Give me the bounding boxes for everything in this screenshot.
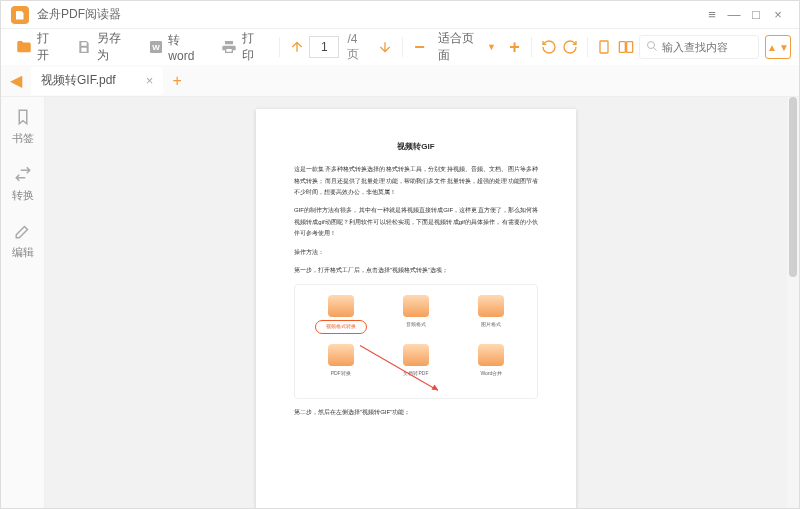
zoom-select[interactable]: 适合页面 ▼ bbox=[432, 28, 502, 66]
caret-down-icon: ▼ bbox=[779, 42, 789, 53]
close-button[interactable]: × bbox=[767, 4, 789, 26]
print-button[interactable]: 打印 bbox=[215, 27, 271, 67]
toolbar: 打开 另存为 W 转word 打印 /4页 − 适合页面 ▼ + ▲ ▼ bbox=[1, 29, 799, 65]
doc-card: 音频格式 bbox=[390, 295, 442, 334]
menu-button[interactable]: ≡ bbox=[701, 4, 723, 26]
nav-updown-button[interactable]: ▲ ▼ bbox=[765, 35, 791, 59]
folder-icon bbox=[15, 38, 33, 56]
doc-card: 图片格式 bbox=[465, 295, 517, 334]
search-input[interactable] bbox=[662, 41, 742, 53]
main-area: 书签 转换 编辑 视频转GIF 这是一款集齐多种格式转换选择的格式转换工具，分别… bbox=[1, 97, 799, 509]
chevron-down-icon: ▼ bbox=[487, 42, 496, 52]
sidebar-item-bookmark[interactable]: 书签 bbox=[12, 107, 34, 146]
save-icon bbox=[75, 38, 92, 56]
doc-card: 视频格式转换 bbox=[315, 295, 367, 334]
document-tab[interactable]: 视频转GIF.pdf × bbox=[31, 67, 163, 95]
doc-paragraph: 操作方法： bbox=[294, 247, 538, 258]
search-icon bbox=[646, 38, 658, 56]
zoom-in-button[interactable]: + bbox=[506, 38, 523, 56]
zoom-out-button[interactable]: − bbox=[411, 38, 428, 56]
doc-paragraph: 这是一款集齐多种格式转换选择的格式转换工具，分别支持视频、音频、文档、图片等多种… bbox=[294, 164, 538, 198]
page-up-button[interactable] bbox=[288, 38, 305, 56]
doc-card: Word合并 bbox=[465, 344, 517, 379]
app-logo bbox=[11, 6, 29, 24]
scrollbar-thumb[interactable] bbox=[789, 97, 797, 277]
tab-prev-button[interactable]: ◀ bbox=[1, 65, 31, 96]
sidebar-item-convert[interactable]: 转换 bbox=[12, 164, 34, 203]
svg-point-5 bbox=[648, 42, 655, 49]
sidebar-item-edit[interactable]: 编辑 bbox=[12, 221, 34, 260]
maximize-button[interactable]: □ bbox=[745, 4, 767, 26]
svg-rect-4 bbox=[627, 42, 633, 53]
doc-card: 文档转PDF bbox=[390, 344, 442, 379]
caret-up-icon: ▲ bbox=[767, 42, 777, 53]
edit-icon bbox=[13, 221, 33, 241]
open-button[interactable]: 打开 bbox=[9, 27, 65, 67]
title-bar: 金舟PDF阅读器 ≡ — □ × bbox=[1, 1, 799, 29]
rotate-right-button[interactable] bbox=[561, 38, 578, 56]
pdf-page: 视频转GIF 这是一款集齐多种格式转换选择的格式转换工具，分别支持视频、音频、文… bbox=[256, 109, 576, 509]
doc-title: 视频转GIF bbox=[294, 139, 538, 154]
doc-paragraph: GIF的制作方法有很多，其中有一种就是将视频直接转成GIF，这样更直方便了，那么… bbox=[294, 205, 538, 239]
svg-rect-2 bbox=[600, 41, 608, 53]
saveas-button[interactable]: 另存为 bbox=[69, 27, 137, 67]
tab-bar: ◀ 视频转GIF.pdf × + bbox=[1, 65, 799, 97]
tab-filename: 视频转GIF.pdf bbox=[41, 72, 116, 89]
page-number-input[interactable] bbox=[309, 36, 339, 58]
tab-add-button[interactable]: + bbox=[163, 72, 191, 90]
separator bbox=[279, 37, 280, 57]
pdf-viewer[interactable]: 视频转GIF 这是一款集齐多种格式转换选择的格式转换工具，分别支持视频、音频、文… bbox=[45, 97, 787, 509]
doc-paragraph: 第二步，然后在左侧选择"视频转GIF"功能； bbox=[294, 407, 538, 418]
doc-paragraph: 第一步，打开格式工厂后，点击选择"视频格式转换"选项； bbox=[294, 265, 538, 276]
search-box[interactable] bbox=[639, 35, 759, 59]
print-icon bbox=[221, 38, 238, 56]
page-down-button[interactable] bbox=[377, 38, 394, 56]
rotate-left-button[interactable] bbox=[540, 38, 557, 56]
doc-cards-panel: 视频格式转换 音频格式 图片格式 PDF转换 文档转PDF Word合并 bbox=[294, 284, 538, 399]
sidebar: 书签 转换 编辑 bbox=[1, 97, 45, 509]
svg-rect-3 bbox=[619, 42, 625, 53]
page-total: /4页 bbox=[347, 32, 368, 63]
single-page-button[interactable] bbox=[596, 38, 613, 56]
separator bbox=[587, 37, 588, 57]
doc-card: PDF转换 bbox=[315, 344, 367, 379]
tab-close-button[interactable]: × bbox=[146, 73, 154, 88]
bookmark-icon bbox=[13, 107, 33, 127]
app-title: 金舟PDF阅读器 bbox=[37, 6, 701, 23]
toword-button[interactable]: W 转word bbox=[141, 29, 211, 66]
separator bbox=[402, 37, 403, 57]
double-page-button[interactable] bbox=[617, 38, 635, 56]
word-icon: W bbox=[147, 38, 164, 56]
minimize-button[interactable]: — bbox=[723, 4, 745, 26]
convert-icon bbox=[13, 164, 33, 184]
scrollbar[interactable] bbox=[787, 97, 799, 509]
separator bbox=[531, 37, 532, 57]
svg-text:W: W bbox=[152, 43, 160, 52]
